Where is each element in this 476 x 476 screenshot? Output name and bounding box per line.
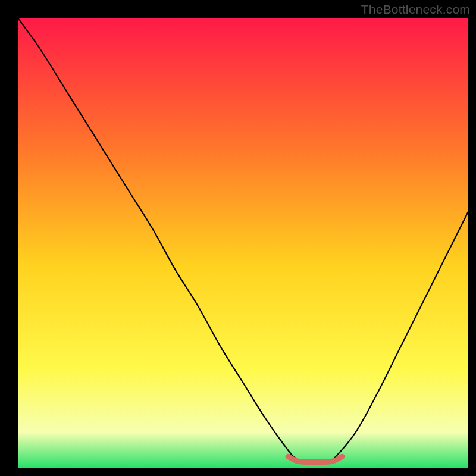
chart-plot-area — [18, 18, 468, 468]
chart-background-gradient — [18, 18, 468, 468]
watermark-text: TheBottleneck.com — [361, 2, 470, 17]
bottleneck-chart-svg — [18, 18, 468, 468]
